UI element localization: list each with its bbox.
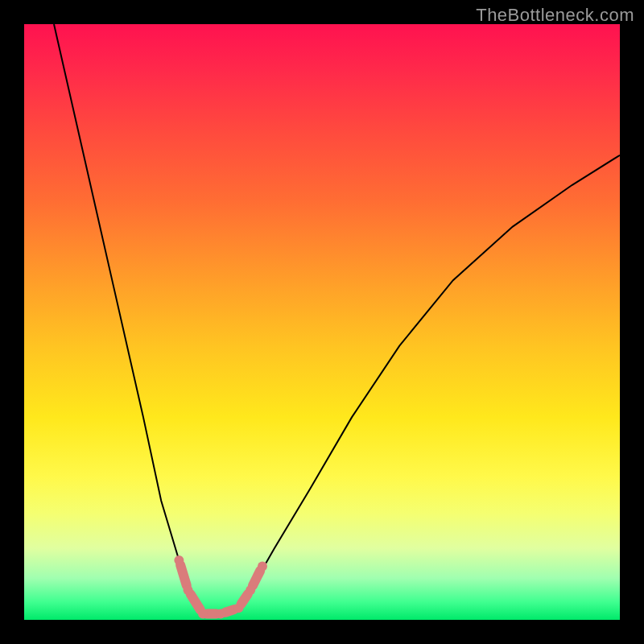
bottleneck-curve — [54, 24, 620, 617]
marker-dot — [216, 609, 225, 619]
marker-dot — [174, 555, 184, 565]
marker-dot — [198, 609, 208, 619]
near-optimum-markers — [174, 555, 267, 619]
marker-segment — [191, 594, 200, 609]
marker-dot — [233, 603, 243, 613]
watermark-text: TheBottleneck.com — [476, 5, 634, 26]
chart-frame: TheBottleneck.com — [0, 0, 644, 644]
marker-segment — [225, 609, 234, 613]
marker-dot — [184, 585, 193, 595]
marker-segment — [242, 594, 248, 604]
plot-area — [24, 24, 620, 620]
curve-svg — [24, 24, 620, 620]
marker-segment — [180, 565, 187, 586]
marker-dot — [246, 585, 255, 595]
marker-dot — [258, 561, 267, 571]
marker-segment — [253, 571, 260, 586]
